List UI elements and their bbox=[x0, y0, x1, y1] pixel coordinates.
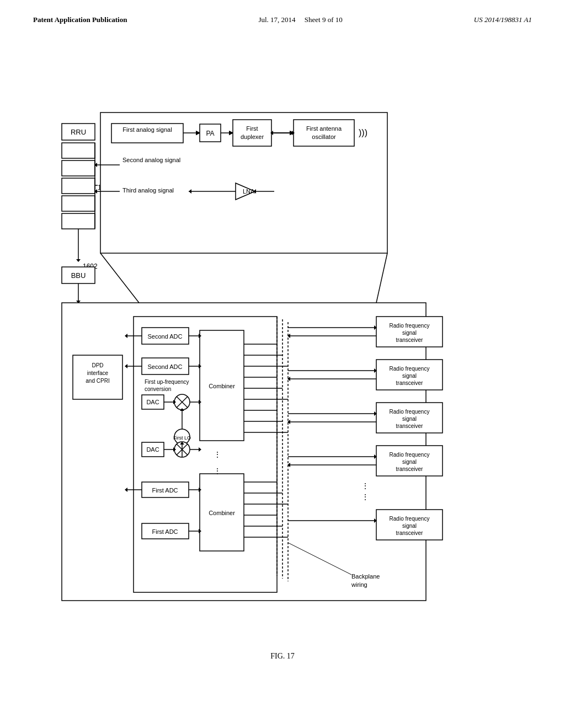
svg-text:First antenna: First antenna bbox=[306, 125, 342, 132]
header-publication-label: Patent Application Publication bbox=[33, 15, 127, 24]
svg-text:Radio frequency: Radio frequency bbox=[390, 323, 430, 329]
svg-rect-22 bbox=[294, 120, 354, 146]
svg-text:⋮: ⋮ bbox=[361, 493, 369, 501]
svg-text:signal: signal bbox=[402, 330, 417, 336]
svg-text:Combiner: Combiner bbox=[209, 510, 235, 516]
svg-text:Second analog signal: Second analog signal bbox=[122, 157, 180, 163]
header-patent-number: US 2014/198831 A1 bbox=[474, 15, 532, 24]
svg-text:Radio frequency: Radio frequency bbox=[390, 409, 430, 415]
svg-rect-4 bbox=[62, 178, 95, 194]
svg-text:transceiver: transceiver bbox=[396, 337, 424, 343]
patent-diagram: RRU 1601 First analog signal PA bbox=[45, 46, 520, 642]
svg-marker-42 bbox=[76, 259, 81, 262]
svg-text:and CPRI: and CPRI bbox=[86, 378, 109, 384]
svg-text:transceiver: transceiver bbox=[396, 466, 424, 472]
svg-text:Second ADC: Second ADC bbox=[148, 363, 183, 370]
svg-text:DPD: DPD bbox=[92, 362, 103, 368]
svg-text:Radio frequency: Radio frequency bbox=[390, 452, 430, 458]
header-sheet: Sheet 9 of 10 bbox=[305, 15, 343, 24]
svg-text:⋮: ⋮ bbox=[361, 481, 369, 490]
page: Patent Application Publication Jul. 17, … bbox=[0, 0, 565, 728]
svg-text:Backplane: Backplane bbox=[351, 573, 380, 580]
page-header: Patent Application Publication Jul. 17, … bbox=[0, 0, 565, 30]
svg-text:conversion: conversion bbox=[145, 386, 171, 392]
svg-line-172 bbox=[376, 253, 387, 303]
svg-text:RRU: RRU bbox=[71, 128, 86, 136]
svg-text:First analog signal: First analog signal bbox=[122, 126, 172, 133]
svg-text:⋮: ⋮ bbox=[214, 467, 221, 475]
svg-text:⋮: ⋮ bbox=[214, 450, 221, 459]
svg-text:LNA: LNA bbox=[243, 188, 255, 195]
svg-text:signal: signal bbox=[402, 373, 417, 379]
svg-text:transceiver: transceiver bbox=[396, 380, 424, 386]
svg-rect-17 bbox=[233, 120, 271, 146]
svg-text:Radio frequency: Radio frequency bbox=[390, 516, 430, 522]
svg-rect-50 bbox=[73, 355, 122, 399]
svg-text:First ADC: First ADC bbox=[152, 487, 178, 494]
svg-text:DAC: DAC bbox=[146, 446, 159, 453]
svg-text:))): ))) bbox=[359, 128, 367, 137]
svg-text:Second ADC: Second ADC bbox=[148, 333, 183, 340]
svg-text:Radio frequency: Radio frequency bbox=[390, 366, 430, 372]
svg-text:signal: signal bbox=[402, 459, 417, 465]
svg-text:wiring: wiring bbox=[351, 581, 367, 588]
svg-text:interface: interface bbox=[87, 370, 109, 376]
svg-text:First LO: First LO bbox=[173, 435, 191, 441]
header-date-sheet: Jul. 17, 2014 Sheet 9 of 10 bbox=[258, 15, 342, 24]
diagram-area: RRU 1601 First analog signal PA bbox=[45, 46, 520, 642]
svg-text:BBU: BBU bbox=[71, 271, 86, 280]
svg-text:DAC: DAC bbox=[146, 399, 159, 405]
svg-text:signal: signal bbox=[402, 416, 417, 422]
svg-text:First ADC: First ADC bbox=[152, 528, 178, 535]
svg-text:First: First bbox=[246, 125, 258, 132]
svg-text:duplexer: duplexer bbox=[241, 133, 264, 140]
svg-line-171 bbox=[100, 253, 139, 303]
header-date: Jul. 17, 2014 bbox=[258, 15, 295, 24]
svg-rect-3 bbox=[62, 160, 95, 176]
svg-rect-5 bbox=[62, 196, 95, 211]
svg-text:transceiver: transceiver bbox=[396, 530, 424, 536]
svg-text:transceiver: transceiver bbox=[396, 423, 424, 429]
svg-text:signal: signal bbox=[402, 523, 417, 529]
svg-text:First up-frequency: First up-frequency bbox=[145, 379, 189, 385]
svg-text:Combiner: Combiner bbox=[209, 383, 235, 389]
figure-caption: FIG. 17 bbox=[0, 652, 565, 661]
svg-text:PA: PA bbox=[206, 130, 214, 137]
svg-text:Third analog signal: Third analog signal bbox=[122, 187, 174, 194]
svg-text:oscillator: oscillator bbox=[312, 133, 336, 140]
svg-rect-2 bbox=[62, 143, 95, 158]
svg-rect-6 bbox=[62, 213, 95, 229]
